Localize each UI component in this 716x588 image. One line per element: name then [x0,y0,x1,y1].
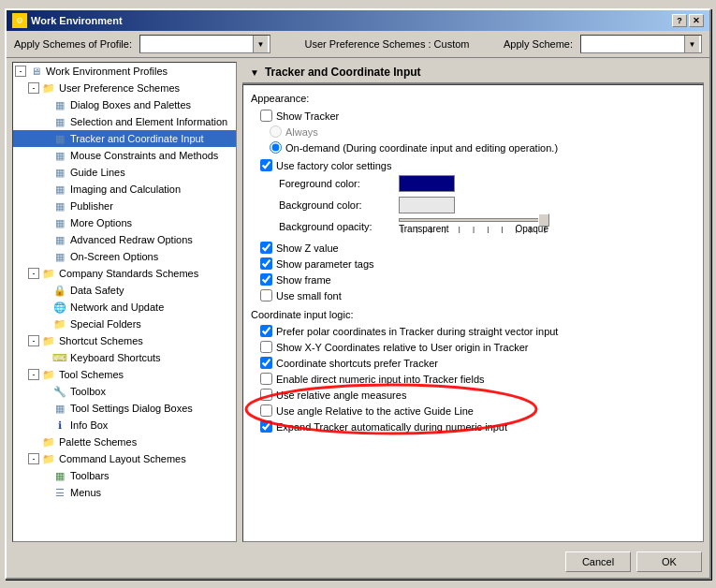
sidebar-item-guide-lines[interactable]: ▦Guide Lines [13,164,236,181]
sidebar-item-more-options[interactable]: ▦More Options [13,214,236,231]
expand-icon[interactable]: - [15,66,26,77]
tree-label: On-Screen Options [70,251,158,262]
slider-thumb[interactable] [538,213,549,227]
coord-shortcuts-checkbox[interactable] [260,357,272,369]
tree-label: Tracker and Coordinate Input [70,133,204,144]
enable-direct-checkbox[interactable] [260,373,272,385]
tree-icon: 🌐 [52,300,67,315]
show-frame-checkbox[interactable] [260,273,272,286]
sidebar-item-shortcut-schemes[interactable]: -📁Shortcut Schemes [13,332,236,349]
show-z-checkbox[interactable] [260,242,272,254]
cancel-button[interactable]: Cancel [565,551,631,572]
expand-icon[interactable]: - [28,369,39,380]
sidebar-item-command-layout[interactable]: -📁Command Layout Schemes [13,450,236,467]
sidebar-item-publisher[interactable]: ▦Publisher [13,198,236,214]
sidebar-item-info-box[interactable]: ℹInfo Box [13,417,236,434]
tree-icon: ▦ [52,148,67,163]
tree-container: -🖥Work Environment Profiles-📁User Prefer… [13,63,236,501]
opacity-slider: ||| ||| ||| || [399,218,586,222]
right-panel: ▼ Tracker and Coordinate Input Appearanc… [242,62,704,542]
tree-icon: 📁 [41,333,56,348]
close-button[interactable]: ✕ [689,14,704,27]
expand-tracker-label: Expand Tracker automatically during nume… [276,421,507,433]
tree-label: Imaging and Calculation [70,184,181,195]
expand-icon[interactable]: - [28,335,39,346]
tree-icon: ▦ [52,468,67,483]
sidebar-item-menus[interactable]: ☰Menus [13,484,236,501]
apply-scheme-dropdown-arrow[interactable]: ▼ [684,36,699,52]
sidebar-item-imaging-calc[interactable]: ▦Imaging and Calculation [13,181,236,198]
sidebar-item-tool-schemes[interactable]: -📁Tool Schemes [13,366,236,383]
opacity-slider-container: ||| ||| ||| || Transparent Opaque [399,218,586,234]
sidebar-item-toolbox[interactable]: 🔧Toolbox [13,383,236,400]
tree-label: Tool Schemes [59,369,124,380]
profile-dropdown-arrow[interactable]: ▼ [253,36,268,52]
background-color-swatch[interactable] [399,197,455,213]
sidebar-item-network-update[interactable]: 🌐Network and Update [13,299,236,316]
sidebar-item-data-safety[interactable]: 🔒Data Safety [13,282,236,299]
use-factory-color-checkbox[interactable] [260,159,272,171]
tree-label: Toolbars [70,470,110,481]
use-angle-checkbox[interactable] [260,404,272,417]
tree-icon: ⌨ [52,350,67,365]
on-demand-radio[interactable] [270,141,282,154]
foreground-color-swatch[interactable] [399,175,455,192]
bottom-buttons: Cancel OK [7,546,709,578]
tree-icon: ▦ [52,401,67,416]
sidebar-item-company-standards[interactable]: -📁Company Standards Schemes [13,265,236,282]
ok-button[interactable]: OK [636,551,702,572]
expand-icon[interactable]: - [28,453,39,464]
expand-tracker-checkbox[interactable] [260,420,272,433]
sidebar-item-selection-element[interactable]: ▦Selection and Element Information [13,113,236,130]
slider-track[interactable]: ||| ||| ||| || [399,218,548,222]
tree-label: Mouse Constraints and Methods [70,150,218,161]
tree-icon: 🔒 [52,283,67,298]
tree-label: More Options [70,217,132,228]
use-small-font-checkbox[interactable] [260,289,272,301]
help-button[interactable]: ? [672,14,687,27]
sidebar-item-mouse-constraints[interactable]: ▦Mouse Constraints and Methods [13,147,236,164]
always-label: Always [285,126,318,138]
sidebar-item-user-pref-schemes[interactable]: -📁User Preference Schemes [13,80,236,96]
window-title: Work Environment [31,15,123,26]
sidebar-item-on-screen-options[interactable]: ▦On-Screen Options [13,248,236,265]
use-angle-label: Use angle Relative to the active Guide L… [276,405,474,417]
expand-icon[interactable]: - [28,268,39,279]
profile-dropdown[interactable]: ▼ [139,35,270,53]
show-tracker-checkbox[interactable] [260,110,272,122]
toolbar: Apply Schemes of Profile: ▼ User Prefere… [7,31,709,58]
sidebar-item-dialog-boxes[interactable]: ▦Dialog Boxes and Palettes [13,96,236,113]
title-bar: ⚙ Work Environment ? ✕ [7,10,709,31]
enable-direct-row: Enable direct numeric input into Tracker… [260,373,695,385]
show-xy-checkbox[interactable] [260,341,272,353]
tree-label: Info Box [70,419,108,431]
panel-body: Appearance: Show Tracker Always On-deman… [242,84,704,542]
main-window: ⚙ Work Environment ? ✕ Apply Schemes of … [5,8,711,580]
use-relative-checkbox[interactable] [260,389,272,401]
use-angle-row: Use angle Relative to the active Guide L… [260,404,695,417]
expand-icon[interactable]: - [28,82,39,94]
always-radio[interactable] [270,125,282,138]
show-tracker-row: Show Tracker [260,110,695,122]
title-bar-left: ⚙ Work Environment [12,13,123,28]
tree-icon: ▦ [52,215,67,230]
always-row: Always [270,125,695,138]
sidebar-item-palette-schemes[interactable]: 📁Palette Schemes [13,434,236,450]
show-param-tags-checkbox[interactable] [260,257,272,270]
panel-title: Tracker and Coordinate Input [265,66,421,79]
prefer-polar-row: Prefer polar coordinates in Tracker duri… [260,325,695,337]
apply-scheme-dropdown[interactable]: ▼ [580,35,702,53]
sidebar-item-toolbars[interactable]: ▦Toolbars [13,467,236,484]
sidebar-item-advanced-redraw[interactable]: ▦Advanced Redraw Options [13,231,236,248]
show-tracker-label: Show Tracker [276,110,339,122]
tree-icon: 🖥 [28,64,43,79]
sidebar-item-tool-settings[interactable]: ▦Tool Settings Dialog Boxes [13,400,236,417]
tree-icon: 📁 [52,316,67,331]
prefer-polar-checkbox[interactable] [260,325,272,337]
sidebar-item-tracker-coord[interactable]: ▦Tracker and Coordinate Input [13,130,236,147]
foreground-color-label: Foreground color: [279,178,391,189]
sidebar-item-special-folders[interactable]: 📁Special Folders [13,316,236,332]
sidebar-item-work-env-profiles[interactable]: -🖥Work Environment Profiles [13,63,236,80]
tree-label: Selection and Element Information [70,116,227,127]
sidebar-item-keyboard-shortcuts[interactable]: ⌨Keyboard Shortcuts [13,349,236,366]
